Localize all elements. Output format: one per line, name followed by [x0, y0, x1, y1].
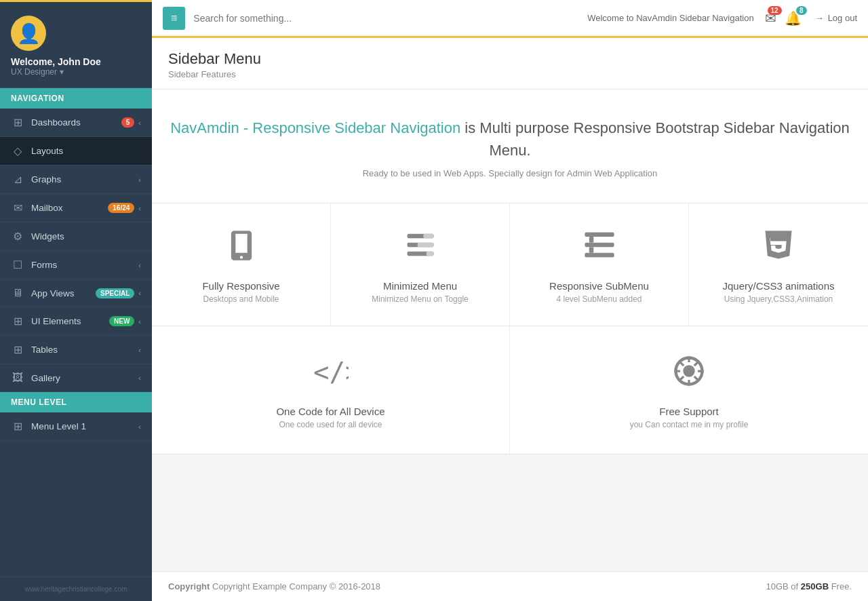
- svg-rect-3: [423, 234, 433, 239]
- welcome-text: Welcome to NavAmdin Sidebar Navigation: [587, 13, 753, 23]
- chevron-icon: ‹: [138, 374, 141, 382]
- chevron-down-icon: ▾: [60, 67, 64, 77]
- page-subtitle: Sidebar Features: [168, 69, 852, 79]
- profile-name: Welcome, John Doe: [11, 56, 101, 67]
- forms-icon: ☐: [11, 258, 24, 271]
- chevron-icon: ‹: [138, 317, 141, 326]
- sidebar-item-tables[interactable]: ⊞ Tables ‹: [0, 336, 152, 364]
- topbar-icons: ✉ 12 🔔 8 → Log out: [765, 10, 857, 26]
- feature-desc-css3: Using Jquery,CSS3,Animation: [700, 294, 857, 304]
- widgets-icon: ⚙: [11, 230, 24, 243]
- chevron-icon: ‹: [138, 119, 141, 127]
- feature-cell-responsive: Fully Responsive Desktops and Mobile: [152, 203, 331, 326]
- notification-button[interactable]: 🔔 8: [785, 10, 802, 26]
- phone-icon: [163, 228, 319, 271]
- sidebar-profile: 👤 Welcome, John Doe UX Designer ▾: [0, 2, 152, 88]
- chevron-icon: ‹: [138, 289, 141, 297]
- sidebar-item-uielements[interactable]: ⊞ UI Elements NEW ‹: [0, 307, 152, 336]
- feature-name-css3: Jquery/CSS3 animations: [700, 280, 857, 292]
- logout-icon: →: [815, 13, 824, 23]
- feature-cell-minimized: Minimized Menu Minimized Menu on Toggle: [331, 203, 510, 326]
- feature-cell-submenu: Responsive SubMenu 4 level SubMenu added: [510, 203, 689, 326]
- footer-copyright: Copyright Copyright Example Company © 20…: [168, 581, 380, 592]
- sidebar-item-graphs[interactable]: ⊿ Graphs ‹: [0, 166, 152, 194]
- feature-cell-support: Free Support you Can contact me in my pr…: [510, 326, 868, 454]
- svg-rect-8: [585, 253, 614, 258]
- mail-badge: 12: [768, 6, 782, 15]
- feature-grid: Fully Responsive Desktops and Mobile Min…: [152, 203, 868, 326]
- hero-title-highlight: NavAmdin - Responsive Sidebar Navigation: [170, 119, 460, 136]
- svg-rect-10: [589, 247, 593, 253]
- svg-rect-6: [585, 233, 614, 237]
- sidebar: 👤 Welcome, John Doe UX Designer ▾ Naviga…: [0, 0, 152, 601]
- feature-desc-responsive: Desktops and Mobile: [163, 294, 319, 304]
- profile-role[interactable]: UX Designer ▾: [11, 67, 64, 77]
- support-icon: [521, 353, 857, 396]
- menu-section-label: Menu Level: [0, 392, 152, 412]
- menu-icon: [342, 228, 498, 271]
- svg-rect-7: [585, 243, 614, 248]
- notification-badge: 8: [796, 6, 807, 15]
- css3-icon: [700, 228, 857, 271]
- dashboard-icon: ⊞: [11, 116, 24, 129]
- code-icon: </>: [163, 353, 498, 396]
- feature-desc-support: you Can contact me in my profile: [521, 420, 857, 429]
- svg-point-12: [686, 368, 693, 375]
- sidebar-item-mailbox[interactable]: ✉ Mailbox 16/24 ‹: [0, 194, 152, 222]
- appviews-icon: 🖥: [11, 287, 24, 299]
- feature-hero: NavAmdin - Responsive Sidebar Navigation…: [152, 90, 868, 203]
- svg-text:</>: </>: [313, 357, 349, 387]
- sidebar-item-gallery[interactable]: 🖼 Gallery ‹: [0, 364, 152, 392]
- sidebar-item-dashboards[interactable]: ⊞ Dashboards 5 ‹: [0, 109, 152, 137]
- feature-desc-code: One code used for all device: [163, 420, 498, 429]
- sidebar-toggle-button[interactable]: ≡: [163, 7, 185, 30]
- chevron-icon: ‹: [138, 423, 141, 431]
- sidebar-item-widgets[interactable]: ⚙ Widgets: [0, 222, 152, 251]
- feature-cell-css3: Jquery/CSS3 animations Using Jquery,CSS3…: [689, 203, 868, 326]
- logout-button[interactable]: → Log out: [815, 13, 857, 23]
- gallery-icon: 🖼: [11, 372, 24, 384]
- svg-rect-5: [426, 252, 433, 256]
- tables-icon: ⊞: [11, 343, 24, 356]
- feature-desc-submenu: 4 level SubMenu added: [521, 294, 677, 304]
- page-title: Sidebar Menu: [168, 50, 852, 68]
- feature-name-submenu: Responsive SubMenu: [521, 280, 677, 292]
- footer-storage: 10GB of 250GB Free.: [766, 581, 852, 592]
- feature-cell-code: </> One Code for All Device One code use…: [152, 326, 510, 454]
- page-header: Sidebar Menu Sidebar Features: [152, 38, 868, 90]
- sidebar-item-menulevel1[interactable]: ⊞ Menu Level 1 ‹: [0, 412, 152, 441]
- chevron-icon: ‹: [138, 261, 141, 269]
- svg-rect-9: [589, 237, 593, 243]
- logout-label: Log out: [828, 13, 857, 23]
- feature-name-minimized: Minimized Menu: [342, 280, 498, 292]
- mail-button[interactable]: ✉ 12: [765, 10, 776, 26]
- sidebar-item-layouts[interactable]: ◇ Layouts: [0, 137, 152, 166]
- main-content: Sidebar Menu Sidebar Features NavAmdin -…: [152, 38, 868, 601]
- chevron-icon: ‹: [138, 346, 141, 354]
- sidebar-item-forms[interactable]: ☐ Forms ‹: [0, 251, 152, 279]
- feature-name-responsive: Fully Responsive: [163, 280, 319, 292]
- svg-rect-4: [417, 243, 433, 248]
- feature-name-support: Free Support: [521, 406, 857, 417]
- feature-name-code: One Code for All Device: [163, 406, 498, 417]
- mail-icon: ✉: [11, 201, 24, 214]
- feature-grid-2: </> One Code for All Device One code use…: [152, 326, 868, 454]
- topbar: ≡ Welcome to NavAmdin Sidebar Navigation…: [152, 0, 868, 38]
- ui-icon: ⊞: [11, 315, 24, 328]
- nav-section-label: Navigation: [0, 88, 152, 109]
- feature-desc-minimized: Minimized Menu on Toggle: [342, 294, 498, 304]
- avatar: 👤: [11, 16, 46, 51]
- menulevel-icon: ⊞: [11, 420, 24, 433]
- chevron-icon: ‹: [138, 204, 141, 212]
- list-icon: [521, 228, 677, 271]
- hero-subtitle: Ready to be used in Web Apps. Specially …: [168, 168, 852, 178]
- sidebar-footer: www.heritagechristiancollege.com: [0, 577, 152, 601]
- search-input[interactable]: [193, 13, 587, 24]
- chevron-icon: ‹: [138, 176, 141, 184]
- hero-title: NavAmdin - Responsive Sidebar Navigation…: [168, 117, 852, 161]
- sidebar-item-appviews[interactable]: 🖥 App Views SPECIAL ‹: [0, 279, 152, 307]
- layouts-icon: ◇: [11, 144, 24, 157]
- main-footer: Copyright Copyright Example Company © 20…: [152, 571, 868, 601]
- graphs-icon: ⊿: [11, 173, 24, 186]
